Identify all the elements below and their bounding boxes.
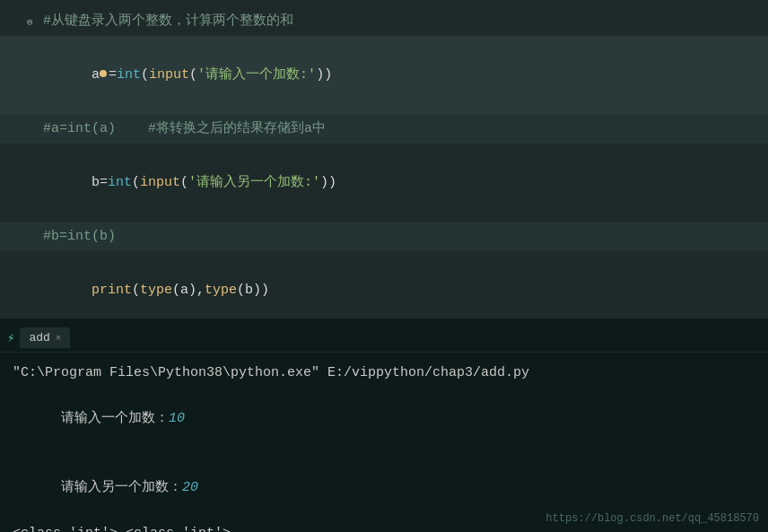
line-5-content: #b=int(b) xyxy=(39,224,116,249)
line2-int: int xyxy=(117,67,141,83)
line4-str: '请输入另一个加数:' xyxy=(188,175,320,190)
code-line-2: a=int(input('请输入一个加数:')) xyxy=(0,36,768,115)
prompt1-text: 请输入一个加数： xyxy=(61,411,169,426)
tab-close-button[interactable]: × xyxy=(56,333,62,344)
line-4-content: b=int(input('请输入另一个加数:')) xyxy=(39,145,336,221)
line2-eq: = xyxy=(109,67,117,83)
line2-p1: ( xyxy=(141,67,149,83)
line2-p2: ( xyxy=(189,67,197,83)
code-line-6: print(type(a),type(b)) xyxy=(0,251,768,330)
line6-p1: ( xyxy=(132,283,140,298)
code-line-5: #b=int(b) xyxy=(0,222,768,251)
prompt2-text: 请输入另一个加数： xyxy=(61,480,182,495)
terminal-prompt1: 请输入一个加数：10 xyxy=(13,385,755,454)
watermark: https://blog.csdn.net/qq_45818570 xyxy=(545,512,759,525)
terminal-icon: ⚡ xyxy=(7,330,14,345)
terminal-panel: ⚡ add × "C:\Program Files\Python38\pytho… xyxy=(0,324,768,532)
line2-a: a xyxy=(92,67,100,83)
input-val-1: 10 xyxy=(169,411,185,426)
line-1-content: #从键盘录入两个整数，计算两个整数的和 xyxy=(39,9,293,34)
line4-int: int xyxy=(108,175,132,190)
line4-p1: ( xyxy=(132,175,140,190)
line6-a: (a), xyxy=(172,283,205,298)
fold-icon-1[interactable]: ⊖ xyxy=(27,16,39,28)
line2-input: input xyxy=(149,67,189,83)
line4-input: input xyxy=(140,175,180,190)
terminal-tab-label: add xyxy=(29,331,49,344)
terminal-output: "C:\Program Files\Python38\python.exe" E… xyxy=(0,353,768,532)
code-line-1: ⊖ #从键盘录入两个整数，计算两个整数的和 xyxy=(0,7,768,36)
line-2-content: a=int(input('请输入一个加数:')) xyxy=(39,38,332,113)
line6-type1: type xyxy=(140,283,172,298)
code-line-3: #a=int(a) #将转换之后的结果存储到a中 xyxy=(0,115,768,144)
line4-p3: )) xyxy=(320,175,336,190)
terminal-tab-add[interactable]: add × xyxy=(20,327,70,348)
line2-p3: )) xyxy=(316,67,332,83)
code-editor: ⊖ #从键盘录入两个整数，计算两个整数的和 a=int(input('请输入一个… xyxy=(0,0,768,318)
line6-type2: type xyxy=(205,283,237,298)
line4-b: b= xyxy=(92,175,108,190)
line6-print: print xyxy=(92,283,132,298)
line-3-content: #a=int(a) #将转换之后的结果存储到a中 xyxy=(39,117,326,142)
line-6-content: print(type(a),type(b)) xyxy=(39,253,269,328)
terminal-tab-bar: ⚡ add × xyxy=(0,324,768,353)
input-val-2: 20 xyxy=(182,480,198,495)
line4-p2: ( xyxy=(180,175,188,190)
terminal-cmd-line: "C:\Program Files\Python38\python.exe" E… xyxy=(13,362,755,385)
code-line-4: b=int(input('请输入另一个加数:')) xyxy=(0,144,768,222)
line2-str: '请输入一个加数:' xyxy=(197,67,316,83)
line6-b: (b)) xyxy=(237,283,269,298)
dot-indicator xyxy=(100,70,107,77)
